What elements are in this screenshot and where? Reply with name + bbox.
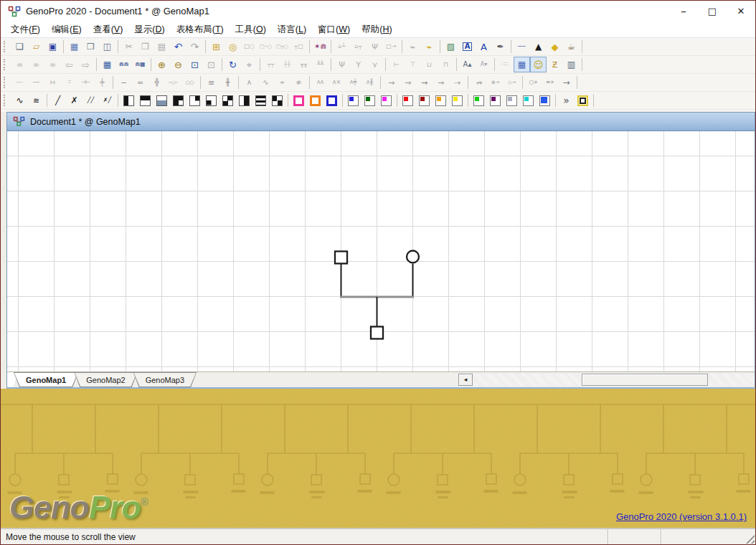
menu-item-e[interactable]: 编辑(E): [46, 22, 88, 37]
menu-item-o[interactable]: 工具(O): [230, 22, 272, 37]
insert-parents-icon[interactable]: □┬○: [274, 39, 290, 54]
genomap-canvas[interactable]: [7, 131, 755, 371]
erase-link-icon[interactable]: ✗: [66, 93, 82, 108]
color-purple-swatch[interactable]: [487, 93, 504, 108]
line-circles-icon[interactable]: ○○: [181, 75, 198, 90]
print-preview-icon[interactable]: ❒: [82, 39, 99, 54]
color-blue-swatch[interactable]: [345, 93, 362, 108]
fill-top-right-swatch[interactable]: [186, 93, 203, 108]
triangle-shape-icon[interactable]: ▲: [530, 39, 547, 54]
curve-single-icon[interactable]: ∿: [11, 93, 28, 108]
goto-genomap-icon[interactable]: □→: [383, 39, 400, 54]
fill-checker-swatch[interactable]: [269, 93, 285, 108]
toolbar-grip[interactable]: [4, 59, 9, 70]
decrease-font-icon[interactable]: A▾: [476, 57, 492, 72]
back-icon[interactable]: ⇦: [61, 57, 77, 72]
fill-bottom-left-swatch[interactable]: [203, 93, 219, 108]
line-hash-icon[interactable]: ╬: [148, 75, 165, 90]
wave-arrow-3-icon[interactable]: ⇝: [416, 75, 433, 90]
maximize-button[interactable]: □: [698, 1, 727, 22]
menu-item-h[interactable]: 帮助(H): [356, 22, 397, 37]
coffee-break-icon[interactable]: ☕: [563, 39, 580, 54]
hyperlink-icon[interactable]: ∞: [11, 57, 28, 72]
menu-item-l[interactable]: 语言(L): [272, 22, 312, 37]
dash-style-icon[interactable]: ╌╌: [514, 39, 530, 54]
cut-arrow-icon[interactable]: ↛: [471, 75, 487, 90]
line-solid-icon[interactable]: ─: [115, 75, 132, 90]
line-dash-icon[interactable]: ╌╌: [28, 75, 44, 90]
version-link[interactable]: GenoPro 2020 (version 3.1.0.1): [616, 511, 747, 522]
ancestor-tree-icon[interactable]: Y: [350, 57, 367, 72]
align-family-icon[interactable]: ┼┼: [279, 57, 296, 72]
menu-item-w[interactable]: 窗口(W): [312, 22, 356, 37]
color-cyan-swatch[interactable]: [520, 93, 537, 108]
line-double-icon[interactable]: ═: [132, 75, 148, 90]
refresh-layout-icon[interactable]: ↻: [225, 57, 241, 72]
align-couple-icon[interactable]: ┬┬: [263, 57, 279, 72]
genogram-mother[interactable]: [407, 251, 419, 263]
table-view-icon[interactable]: ▦: [99, 57, 115, 72]
zoom-fit-icon[interactable]: ⊡: [203, 57, 219, 72]
snap-position-icon[interactable]: ⌖: [241, 57, 257, 72]
paste-icon[interactable]: ▤: [153, 39, 170, 54]
find-in-table-icon[interactable]: ⋒▦: [132, 57, 148, 72]
quick-layout-icon[interactable]: ⌁: [405, 39, 421, 54]
border-blue-swatch[interactable]: [323, 93, 340, 108]
new-hyperlink-icon[interactable]: ◎: [225, 39, 241, 54]
page-setup-icon[interactable]: ▦: [66, 39, 82, 54]
dashed-arrow-icon[interactable]: ⇢: [449, 75, 466, 90]
scrollbar-thumb[interactable]: [582, 374, 708, 386]
fill-bars-swatch[interactable]: [252, 93, 269, 108]
zigzag-cut-icon[interactable]: ʌ×: [329, 75, 345, 90]
close-button[interactable]: ✕: [727, 1, 755, 22]
find-icon[interactable]: ⋒⋒: [115, 57, 132, 72]
fill-three-quarter-swatch[interactable]: [170, 93, 186, 108]
toolbar-grip[interactable]: [4, 41, 9, 52]
insert-family-icon[interactable]: □○: [241, 39, 257, 54]
menu-item-t[interactable]: 表格布局(T): [171, 22, 230, 37]
curve-wave-icon[interactable]: ∿: [257, 75, 274, 90]
show-grid-icon[interactable]: ▦: [514, 57, 530, 72]
redo-icon[interactable]: ↷: [186, 39, 203, 54]
resize-grip[interactable]: [745, 534, 755, 544]
align-siblings-icon[interactable]: ╥╥: [296, 57, 312, 72]
cut-icon[interactable]: ✂: [121, 39, 137, 54]
show-family-tree-icon[interactable]: Ψ: [367, 39, 383, 54]
curve-double-icon[interactable]: ≋: [28, 93, 44, 108]
custom-color-icon[interactable]: [575, 93, 591, 108]
insert-text-icon[interactable]: A: [459, 39, 476, 54]
scroll-left-button[interactable]: ◂: [458, 374, 473, 386]
fill-right-half-swatch[interactable]: [236, 93, 252, 108]
line-triple-icon[interactable]: ≡: [203, 75, 219, 90]
snap-dots-icon[interactable]: ∷∷: [497, 57, 514, 72]
menu-item-v[interactable]: 查看(V): [88, 22, 129, 37]
line-circle-icon[interactable]: ─○─: [165, 75, 181, 90]
draw-double-link-icon[interactable]: ╱╱: [82, 93, 99, 108]
new-document-icon[interactable]: ❏: [11, 39, 28, 54]
tab-genomap3[interactable]: GenoMap3: [133, 372, 197, 387]
print-icon[interactable]: ◫: [99, 39, 115, 54]
border-pink-swatch[interactable]: [290, 93, 307, 108]
menu-item-f[interactable]: 文件(F): [5, 22, 46, 37]
undo-icon[interactable]: ↶: [170, 39, 186, 54]
zigzag-hash-double-icon[interactable]: ʌ╫: [362, 75, 378, 90]
cross-arrow-icon[interactable]: ⊗→: [487, 75, 504, 90]
circle-arrow-icon[interactable]: ○»: [525, 75, 542, 90]
connector-style-open-icon[interactable]: ⊔: [421, 57, 438, 72]
line-tick-icon[interactable]: ⊣⊢: [77, 75, 94, 90]
find-individual-wizard-icon[interactable]: ✶⋒: [312, 39, 329, 54]
menu-item-d[interactable]: 显示(D): [128, 22, 170, 37]
descendant-tree-icon[interactable]: Ψ: [334, 57, 350, 72]
color-picker-icon[interactable]: ✒: [492, 39, 509, 54]
toolbar-grip[interactable]: [4, 95, 9, 106]
zoom-in-icon[interactable]: ⊕: [153, 57, 170, 72]
line-dash-columns-icon[interactable]: ∶∶: [61, 75, 77, 90]
color-green-swatch[interactable]: [362, 93, 378, 108]
follow-hyperlink-icon[interactable]: ∞: [28, 57, 44, 72]
loop-arrow-icon[interactable]: ∞»: [542, 75, 558, 90]
more-colors-icon[interactable]: »: [558, 93, 575, 108]
color-yellow-swatch[interactable]: [449, 93, 466, 108]
line-dash-pairs-icon[interactable]: ∺: [44, 75, 61, 90]
curve-cut-double-icon[interactable]: ≉: [290, 75, 307, 90]
forward-icon[interactable]: ⇨: [77, 57, 94, 72]
